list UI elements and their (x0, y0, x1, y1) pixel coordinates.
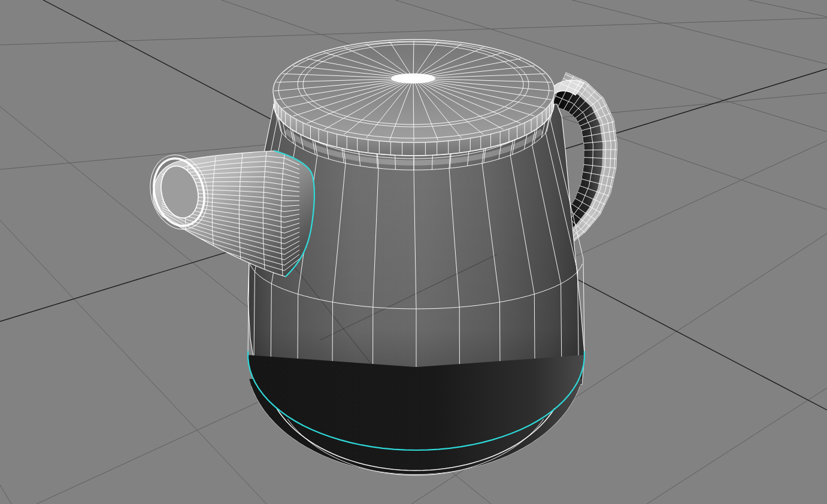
spout[interactable] (143, 149, 314, 277)
foot[interactable] (248, 352, 584, 476)
foot-band (248, 355, 584, 474)
viewport-3d[interactable] (0, 0, 827, 504)
lid[interactable] (273, 40, 555, 156)
lid-apex-highlight (391, 74, 435, 84)
viewport-canvas[interactable] (0, 0, 827, 504)
